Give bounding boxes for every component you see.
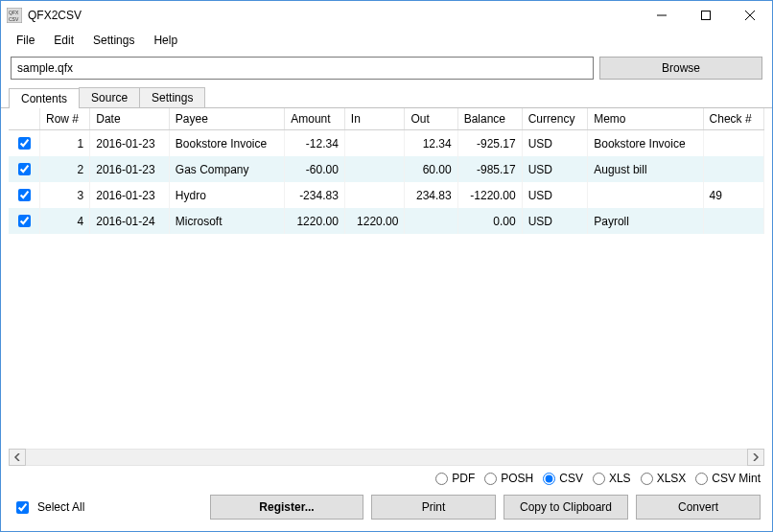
cell-balance: 0.00 (457, 208, 522, 234)
cell-row: 2 (40, 156, 90, 182)
table-row[interactable]: 12016-01-23Bookstore Invoice-12.3412.34-… (9, 130, 764, 157)
format-label: POSH (501, 472, 533, 485)
maximize-button[interactable] (684, 1, 728, 30)
cell-memo: Bookstore Invoice (588, 130, 703, 157)
format-radio[interactable] (641, 473, 653, 485)
cell-memo: August bill (588, 156, 703, 182)
col-currency[interactable]: Currency (522, 108, 588, 130)
cell-check (703, 156, 763, 182)
select-all-input[interactable] (16, 501, 29, 514)
format-option-csv-mint[interactable]: CSV Mint (695, 472, 761, 485)
format-radio[interactable] (695, 473, 708, 485)
close-icon (745, 11, 755, 20)
col-out[interactable]: Out (405, 108, 457, 130)
menu-file[interactable]: File (9, 32, 42, 49)
cell-row: 1 (40, 130, 90, 157)
svg-text:CSV: CSV (9, 16, 19, 22)
tab-settings[interactable]: Settings (139, 87, 205, 107)
col-in[interactable]: In (344, 108, 405, 130)
cell-in (344, 156, 405, 182)
menu-settings[interactable]: Settings (85, 32, 142, 49)
col-payee[interactable]: Payee (169, 108, 284, 130)
cell-out (405, 208, 457, 234)
scroll-track[interactable] (26, 449, 747, 466)
format-label: PDF (452, 472, 475, 485)
cell-in (344, 130, 405, 157)
format-option-xls[interactable]: XLS (593, 472, 631, 485)
col-memo[interactable]: Memo (588, 108, 703, 130)
cell-date: 2016-01-23 (90, 156, 170, 182)
browse-button[interactable]: Browse (599, 57, 762, 80)
chevron-left-icon (13, 453, 21, 461)
file-path-input[interactable] (11, 57, 594, 80)
footer-bar: Select All Register... Print Copy to Cli… (1, 487, 772, 531)
menubar: File Edit Settings Help (1, 30, 772, 51)
table-row[interactable]: 22016-01-23Gas Company-60.0060.00-985.17… (9, 156, 764, 182)
cell-currency: USD (522, 208, 588, 234)
tab-source[interactable]: Source (79, 87, 140, 107)
cell-memo: Payroll (588, 208, 703, 234)
cell-currency: USD (522, 156, 588, 182)
col-check[interactable]: Check # (703, 108, 763, 130)
minimize-button[interactable] (640, 1, 684, 30)
cell-amount: -234.83 (285, 182, 345, 208)
print-button[interactable]: Print (371, 495, 496, 520)
cell-balance: -925.17 (457, 130, 522, 157)
format-radio[interactable] (435, 473, 448, 485)
cell-amount: -60.00 (285, 156, 345, 182)
tabstrip: Contents Source Settings (1, 85, 772, 108)
cell-payee: Bookstore Invoice (169, 130, 284, 157)
format-option-posh[interactable]: POSH (484, 472, 533, 485)
window-title: QFX2CSV (28, 9, 82, 22)
maximize-icon (701, 11, 711, 20)
col-check[interactable] (9, 108, 40, 130)
select-all-checkbox[interactable]: Select All (12, 498, 84, 517)
cell-in: 1220.00 (344, 208, 405, 234)
row-checkbox[interactable] (18, 137, 31, 150)
cell-amount: -12.34 (285, 130, 345, 157)
col-balance[interactable]: Balance (457, 108, 522, 130)
table-header-row: Row # Date Payee Amount In Out Balance C… (9, 108, 764, 130)
svg-rect-4 (702, 12, 711, 20)
minimize-icon (657, 11, 667, 20)
horizontal-scrollbar[interactable] (9, 449, 764, 466)
format-radio[interactable] (484, 473, 497, 485)
menu-help[interactable]: Help (146, 32, 185, 49)
scroll-right-button[interactable] (747, 449, 764, 466)
row-checkbox[interactable] (18, 163, 31, 175)
table-row[interactable]: 42016-01-24Microsoft1220.001220.000.00US… (9, 208, 764, 234)
format-option-pdf[interactable]: PDF (435, 472, 475, 485)
tab-contents[interactable]: Contents (9, 88, 80, 108)
col-date[interactable]: Date (90, 108, 170, 130)
titlebar: QFXCSV QFX2CSV (1, 1, 772, 30)
scroll-left-button[interactable] (9, 449, 26, 466)
register-button[interactable]: Register... (210, 495, 363, 520)
cell-row: 3 (40, 182, 90, 208)
cell-currency: USD (522, 182, 588, 208)
format-option-csv[interactable]: CSV (543, 472, 583, 485)
convert-button[interactable]: Convert (636, 495, 761, 520)
format-label: CSV (559, 472, 583, 485)
cell-date: 2016-01-23 (90, 130, 170, 157)
close-button[interactable] (728, 1, 772, 30)
cell-out: 12.34 (405, 130, 457, 157)
chevron-right-icon (752, 453, 760, 461)
cell-in (344, 182, 405, 208)
row-checkbox[interactable] (18, 215, 31, 227)
cell-out: 234.83 (405, 182, 457, 208)
format-radio[interactable] (593, 473, 605, 485)
cell-amount: 1220.00 (285, 208, 345, 234)
format-radio[interactable] (543, 473, 555, 485)
cell-balance: -985.17 (457, 156, 522, 182)
col-amount[interactable]: Amount (285, 108, 345, 130)
svg-text:QFX: QFX (9, 10, 19, 15)
table-area: Row # Date Payee Amount In Out Balance C… (9, 108, 764, 449)
table-row[interactable]: 32016-01-23Hydro-234.83234.83-1220.00USD… (9, 182, 764, 208)
col-row[interactable]: Row # (40, 108, 90, 130)
row-checkbox[interactable] (18, 189, 31, 201)
menu-edit[interactable]: Edit (46, 32, 82, 49)
cell-currency: USD (522, 130, 588, 157)
format-label: XLS (609, 472, 631, 485)
format-option-xlsx[interactable]: XLSX (641, 472, 687, 485)
copy-button[interactable]: Copy to Clipboard (504, 495, 628, 520)
